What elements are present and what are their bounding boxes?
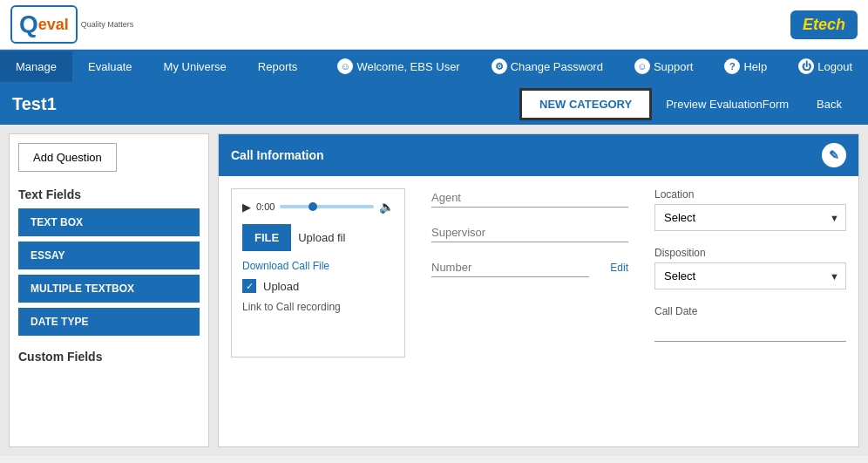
link-to-call-label: Link to Call recording — [242, 301, 341, 313]
audio-time: 0:00 — [256, 201, 275, 212]
nav-evaluate[interactable]: Evaluate — [72, 51, 148, 82]
add-question-button[interactable]: Add Question — [18, 143, 117, 172]
download-call-file-link[interactable]: Download Call File — [242, 260, 394, 272]
help-icon: ? — [724, 58, 740, 74]
progress-bar[interactable] — [280, 205, 374, 208]
essay-button[interactable]: ESSAY — [18, 242, 200, 269]
new-category-button[interactable]: NEW CATEGORY — [519, 88, 652, 120]
logo-eval-text: eval — [38, 16, 69, 34]
gear-icon: ⚙ — [492, 58, 507, 74]
person-icon: ☺ — [337, 58, 353, 74]
main-content: Add Question Text Fields TEXT BOX ESSAY … — [0, 125, 868, 456]
call-info-title: Call Information — [231, 148, 324, 162]
nav-reports[interactable]: Reports — [242, 51, 314, 82]
nav-my-universe[interactable]: My Universe — [148, 51, 242, 82]
location-select[interactable]: Select — [654, 204, 846, 231]
support-icon: ☺ — [634, 58, 650, 74]
date-type-button[interactable]: DATE TYPE — [18, 308, 200, 336]
select-section: Location Select ▼ Disposition Select — [654, 188, 846, 357]
number-input[interactable] — [431, 258, 589, 277]
logo-subtitle: Quality Matters — [81, 20, 134, 29]
logo-q-letter: Q — [19, 10, 38, 38]
location-label: Location — [654, 188, 846, 201]
location-group: Location Select ▼ — [654, 188, 846, 231]
preview-evaluation-button[interactable]: Preview EvaluationForm — [652, 88, 803, 120]
etech-logo: Etech — [790, 10, 858, 39]
file-upload-row: FILE Upload fil — [242, 224, 394, 251]
power-icon: ⏻ — [798, 58, 814, 74]
disposition-select-wrapper: Select ▼ — [654, 262, 846, 289]
logo-area: Q eval Quality Matters — [10, 5, 133, 44]
call-date-group: Call Date — [654, 305, 846, 342]
call-date-label: Call Date — [654, 305, 846, 317]
nav-change-password[interactable]: ⚙ Change Password — [476, 50, 619, 83]
disposition-select[interactable]: Select — [654, 262, 846, 289]
nav-bar: Manage Evaluate My Universe Reports ☺ We… — [0, 50, 868, 83]
volume-icon[interactable]: 🔈 — [379, 200, 394, 214]
call-date-input[interactable] — [654, 321, 846, 342]
file-button[interactable]: FILE — [242, 224, 291, 251]
nav-welcome: ☺ Welcome, EBS User — [322, 50, 475, 83]
disposition-label: Disposition — [654, 247, 846, 259]
nav-right: ☺ Welcome, EBS User ⚙ Change Password ☺ … — [322, 50, 868, 83]
disposition-group: Disposition Select ▼ — [654, 247, 846, 289]
custom-fields-heading: Custom Fields — [18, 350, 200, 364]
panel-header: Call Information ✎ — [219, 134, 858, 176]
upload-file-text: Upload fil — [298, 231, 345, 244]
edit-panel-button[interactable]: ✎ — [822, 143, 846, 167]
right-panel: Call Information ✎ ▶ 0:00 🔈 FILE Upload … — [218, 133, 859, 447]
audio-player: ▶ 0:00 🔈 — [242, 200, 394, 214]
upload-checkbox-row: ✓ Upload — [242, 279, 394, 293]
nav-logout[interactable]: ⏻ Logout — [783, 50, 868, 83]
progress-thumb — [309, 202, 317, 211]
upload-checkbox[interactable]: ✓ — [242, 279, 256, 293]
supervisor-field-group — [431, 223, 628, 242]
nav-manage[interactable]: Manage — [0, 51, 72, 82]
number-field-group: Edit — [431, 258, 628, 277]
upload-label: Upload — [263, 280, 299, 293]
back-button[interactable]: Back — [803, 88, 856, 120]
page-title-bar: Test1 NEW CATEGORY Preview EvaluationFor… — [0, 83, 868, 125]
left-panel: Add Question Text Fields TEXT BOX ESSAY … — [9, 133, 209, 447]
audio-file-section: ▶ 0:00 🔈 FILE Upload fil Download Call F… — [231, 188, 405, 357]
nav-support[interactable]: ☺ Support — [619, 50, 709, 83]
location-select-wrapper: Select ▼ — [654, 204, 846, 231]
logo-box: Q eval — [10, 5, 78, 44]
page-title: Test1 — [12, 94, 519, 114]
number-edit-link[interactable]: Edit — [610, 262, 628, 274]
supervisor-input[interactable] — [431, 223, 628, 242]
agent-input[interactable] — [431, 188, 628, 208]
panel-body: ▶ 0:00 🔈 FILE Upload fil Download Call F… — [219, 176, 858, 370]
multiple-textbox-button[interactable]: MULTIPLE TEXTBOX — [18, 275, 200, 303]
agent-fields-section: Edit — [423, 188, 637, 357]
play-button[interactable]: ▶ — [242, 201, 251, 214]
title-actions: NEW CATEGORY Preview EvaluationForm Back — [519, 88, 856, 120]
etech-brand: Etech — [803, 16, 845, 33]
text-box-button[interactable]: TEXT BOX — [18, 208, 200, 236]
top-header: Q eval Quality Matters Etech — [0, 0, 868, 50]
agent-field-group — [431, 188, 628, 208]
text-fields-heading: Text Fields — [18, 187, 200, 201]
nav-help[interactable]: ? Help — [709, 50, 783, 83]
